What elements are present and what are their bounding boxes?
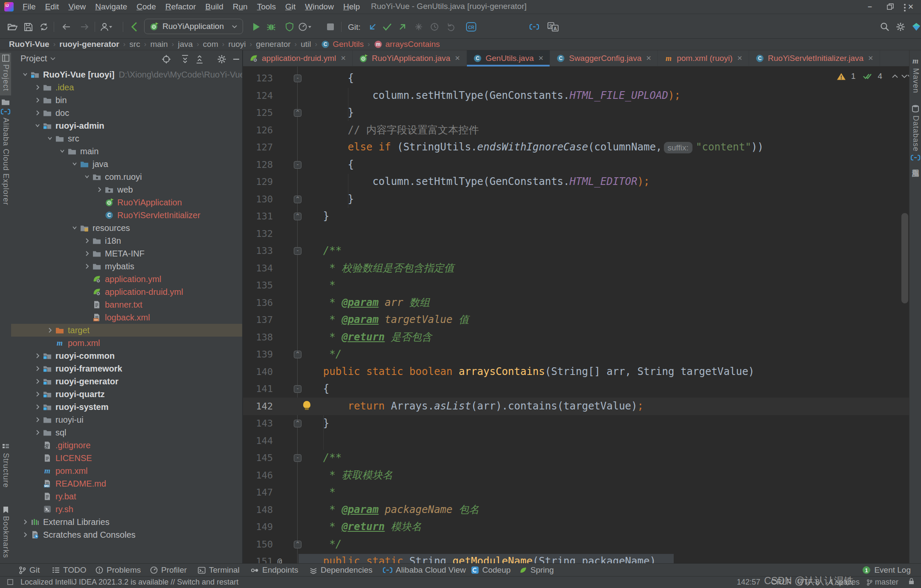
stripe-structure[interactable]: Structure: [0, 441, 11, 497]
chevron-right-icon[interactable]: [20, 519, 30, 525]
tree-item-i18n[interactable]: i18n: [11, 234, 242, 247]
chevron-right-icon[interactable]: [33, 404, 42, 410]
line-number[interactable]: 141: [243, 380, 273, 398]
tree-item-com-ruoyi[interactable]: com.ruoyi: [11, 170, 242, 183]
line-number[interactable]: 131: [243, 208, 273, 225]
breadcrumb-item-generator[interactable]: generator: [256, 40, 290, 49]
tab-close-icon[interactable]: ×: [646, 53, 652, 63]
line-number[interactable]: 126: [243, 121, 273, 139]
toolwindow-button-todo[interactable]: TODO: [52, 564, 87, 576]
chevron-down-icon[interactable]: [33, 123, 42, 129]
chevron-right-icon[interactable]: [33, 353, 42, 359]
chevron-right-icon[interactable]: [82, 263, 92, 269]
tree-item-banner-txt[interactable]: banner.txt: [11, 298, 242, 311]
breadcrumb-item-com[interactable]: com: [203, 40, 218, 49]
line-number[interactable]: 134: [243, 259, 273, 277]
coverage-button[interactable]: [284, 21, 295, 32]
tree-item-ruoyi-admin[interactable]: ruoyi-admin: [11, 119, 242, 132]
chevron-right-icon[interactable]: [33, 378, 42, 384]
toolwindow-button-git[interactable]: Git: [19, 564, 40, 576]
line-number[interactable]: 138: [243, 329, 273, 346]
search-button[interactable]: [879, 21, 890, 32]
breadcrumb-item-util[interactable]: util: [301, 40, 311, 49]
tree-item-application-druid-yml[interactable]: application-druid.yml: [11, 285, 242, 298]
tree-item-ruoyi-ui[interactable]: ruoyi-ui: [11, 413, 242, 426]
translate-button[interactable]: 文A: [547, 21, 559, 32]
tree-item-ruoyi-system[interactable]: ruoyi-system: [11, 401, 242, 413]
chevron-right-icon[interactable]: [33, 110, 42, 116]
user-button[interactable]: [101, 21, 112, 32]
tree-item-scratches-and-consoles[interactable]: Scratches and Consoles: [11, 528, 242, 541]
line-number[interactable]: 149: [243, 518, 273, 536]
tree-item-ruoyi-common[interactable]: ruoyi-common: [11, 349, 242, 362]
tab-close-icon[interactable]: ×: [455, 53, 460, 63]
line-number[interactable]: 145: [243, 449, 273, 467]
line-number[interactable]: 133: [243, 242, 273, 259]
line-number[interactable]: 140: [243, 363, 273, 380]
tree-item-pom-xml[interactable]: mpom.xml: [11, 464, 242, 477]
alibaba-button[interactable]: [529, 21, 540, 32]
menu-navigate[interactable]: Navigate: [90, 2, 132, 12]
tree-item--idea[interactable]: .idea: [11, 81, 242, 94]
tree-item-ruoyi-vue-ruoyi-[interactable]: RuoYi-Vue [ruoyi]D:\Xiong\dev\MyCode\Ruo…: [11, 68, 242, 81]
toolwindow-button-codeup[interactable]: Codeup: [471, 564, 511, 576]
menu-code[interactable]: Code: [132, 2, 160, 12]
editor-tab-pom-xml-ruoyi-[interactable]: mpom.xml (ruoyi)×: [658, 50, 749, 66]
line-number[interactable]: 128: [243, 156, 273, 173]
chevron-right-icon[interactable]: [45, 327, 55, 333]
breadcrumb-item-src[interactable]: src: [129, 40, 140, 49]
line-number[interactable]: 125: [243, 104, 273, 121]
stripe-project[interactable]: Project: [0, 53, 11, 95]
breadcrumb-item-main[interactable]: main: [150, 40, 168, 49]
gitpush-button[interactable]: [397, 21, 408, 32]
tree-item-ruoyiservletinitializer[interactable]: CRuoYiServletInitializer: [11, 209, 242, 222]
tree-item--gitignore[interactable]: .gitignore: [11, 439, 242, 452]
line-number[interactable]: 137: [243, 311, 273, 329]
chevron-down-icon[interactable]: [45, 135, 55, 141]
tree-item-bin[interactable]: bin: [11, 94, 242, 107]
tree-item-web[interactable]: web: [11, 183, 242, 196]
status-message[interactable]: Localized IntelliJ IDEA 2021.3.2 is avai…: [20, 578, 238, 587]
line-number[interactable]: 124: [243, 87, 273, 104]
chevron-right-icon[interactable]: [82, 238, 92, 244]
line-number[interactable]: 123: [243, 69, 273, 87]
menu-file[interactable]: File: [18, 2, 41, 12]
dimundo-button[interactable]: [446, 21, 457, 32]
chevron-down-icon[interactable]: [82, 174, 92, 180]
line-number[interactable]: 130: [243, 190, 273, 208]
profilerdial-button[interactable]: [299, 21, 310, 32]
tab-close-icon[interactable]: ×: [539, 53, 544, 63]
hide-editor-icon[interactable]: [901, 74, 908, 79]
collapse-all-button[interactable]: [194, 54, 205, 64]
chevron-right-icon[interactable]: [33, 429, 42, 435]
prev-problem-icon[interactable]: [892, 74, 898, 78]
menu-build[interactable]: Build: [201, 2, 228, 12]
tree-item-ry-bat[interactable]: ry.bat: [11, 490, 242, 503]
crblue-button[interactable]: CR: [466, 21, 477, 32]
stripe-bookmarks[interactable]: Bookmarks: [0, 504, 11, 563]
stripe-应用观测器[interactable]: 应用观测器: [909, 154, 921, 210]
toolwindow-button-spring[interactable]: Spring: [519, 564, 554, 576]
toolwindow-button-problems[interactable]: Problems: [96, 564, 141, 576]
back-button[interactable]: [61, 21, 72, 32]
line-number[interactable]: 147: [243, 484, 273, 501]
stop-button[interactable]: [325, 21, 336, 32]
gitcommit-button[interactable]: [382, 21, 393, 32]
inspectarrow-button[interactable]: [129, 21, 140, 32]
minimize-button[interactable]: −: [860, 0, 880, 14]
chevron-down-icon[interactable]: [70, 225, 79, 231]
tree-item-resources[interactable]: resources: [11, 222, 242, 234]
line-number[interactable]: 129: [243, 173, 273, 190]
tree-item-doc[interactable]: doc: [11, 107, 242, 119]
chevron-down-icon[interactable]: [70, 161, 79, 167]
sync-button[interactable]: [38, 21, 49, 32]
tree-item-main[interactable]: main: [11, 145, 242, 158]
tree-item-license[interactable]: LICENSE: [11, 452, 242, 464]
project-panel-title[interactable]: Project: [17, 54, 55, 63]
tree-item-meta-inf[interactable]: META-INF: [11, 247, 242, 260]
chevron-right-icon[interactable]: [82, 251, 92, 257]
fwd-button[interactable]: [79, 21, 90, 32]
chevron-right-icon[interactable]: [33, 97, 42, 103]
run-configuration-select[interactable]: RuoYiApplication: [144, 19, 243, 34]
editor-tab-application-druid-yml[interactable]: application-druid.yml×: [243, 50, 353, 66]
